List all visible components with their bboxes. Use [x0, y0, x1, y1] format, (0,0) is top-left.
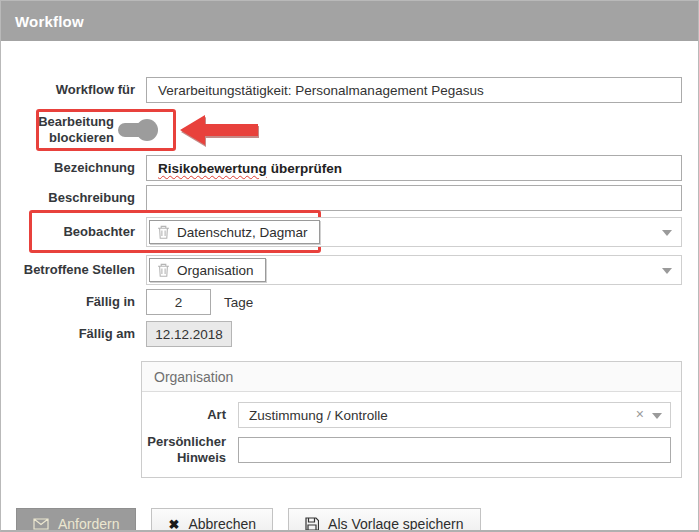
beobachter-tag[interactable]: Datenschutz, Dagmar [149, 220, 320, 244]
annotation-arrow-left-icon [180, 115, 260, 145]
beschreibung-label: Beschreibung [1, 191, 146, 206]
button-bar: Anfordern ✖ Abbrechen Als Vorlage speich… [16, 508, 698, 532]
dialog-header: Workflow [1, 1, 698, 41]
workflow-for-field: Verarbeitungstätigkeit: Personalmanageme… [146, 77, 682, 103]
abbrechen-button[interactable]: ✖ Abbrechen [151, 508, 273, 532]
envelope-icon [33, 518, 49, 530]
beobachter-tag-label: Datenschutz, Dagmar [177, 225, 308, 240]
beobachter-label: Beobachter [1, 225, 146, 240]
betroffene-stellen-tag[interactable]: Organisation [149, 258, 266, 282]
trash-icon[interactable] [157, 225, 170, 239]
bezeichnung-value-word2: überprüfen [271, 161, 342, 176]
row-faellig-in: Fällig in Tage [1, 289, 682, 315]
x-icon: ✖ [168, 517, 179, 532]
row-bezeichnung: Bezeichnung Risikobewertung überprüfen [1, 155, 682, 181]
row-hinweis: Persönlicher Hinweis [142, 434, 671, 465]
chevron-down-icon[interactable] [652, 413, 662, 419]
organisation-panel: Organisation Art Zustimmung / Kontrolle … [141, 361, 682, 478]
hinweis-input[interactable] [238, 437, 671, 463]
als-vorlage-speichern-button[interactable]: Als Vorlage speichern [288, 508, 480, 532]
bezeichnung-field[interactable]: Risikobewertung überprüfen [146, 155, 682, 181]
save-icon [305, 517, 319, 531]
row-art: Art Zustimmung / Kontrolle × [142, 402, 671, 428]
faellig-in-input[interactable] [146, 289, 211, 315]
row-faellig-am: Fällig am 12.12.2018 [1, 321, 682, 347]
faellig-am-label: Fällig am [1, 327, 146, 342]
betroffene-stellen-tag-label: Organisation [177, 263, 254, 278]
workflow-dialog: Workflow Workflow für Verarbeitungstätig… [0, 0, 699, 532]
art-label: Art [142, 407, 238, 423]
row-block-editing: Bearbeitung blockieren [1, 107, 698, 153]
art-value: Zustimmung / Kontrolle [249, 408, 388, 423]
organisation-panel-title: Organisation [154, 369, 233, 385]
chevron-down-icon[interactable] [662, 230, 672, 236]
toggle-knob [136, 119, 158, 141]
bezeichnung-label: Bezeichnung [1, 161, 146, 176]
betroffene-stellen-select[interactable]: Organisation [146, 255, 682, 285]
row-betroffene-stellen: Betroffene Stellen Organisation [1, 255, 682, 285]
dialog-content: Workflow für Verarbeitungstätigkeit: Per… [1, 41, 698, 532]
betroffene-stellen-label: Betroffene Stellen [1, 263, 146, 278]
organisation-panel-body: Art Zustimmung / Kontrolle × Persönliche… [142, 392, 681, 477]
beschreibung-input[interactable] [146, 185, 682, 211]
hinweis-label: Persönlicher Hinweis [142, 434, 238, 465]
row-workflow-for: Workflow für Verarbeitungstätigkeit: Per… [1, 77, 682, 103]
faellig-in-label: Fällig in [1, 295, 146, 310]
row-beobachter: Beobachter Datenschutz, Dagmar [1, 217, 682, 247]
clear-x-icon[interactable]: × [636, 407, 644, 421]
beobachter-select[interactable]: Datenschutz, Dagmar [146, 217, 682, 247]
block-editing-label: Bearbeitung blockieren [1, 114, 114, 147]
trash-icon[interactable] [157, 263, 170, 277]
block-editing-toggle[interactable] [118, 119, 158, 141]
chevron-down-icon[interactable] [662, 268, 672, 274]
organisation-panel-header: Organisation [142, 362, 681, 392]
workflow-for-label: Workflow für [1, 83, 146, 98]
art-select[interactable]: Zustimmung / Kontrolle × [238, 402, 671, 428]
anfordern-button[interactable]: Anfordern [16, 508, 136, 532]
faellig-in-unit: Tage [224, 295, 253, 310]
bezeichnung-value-word1: Risikobewertung [158, 161, 267, 176]
row-beschreibung: Beschreibung [1, 185, 682, 211]
dialog-title: Workflow [15, 13, 84, 30]
faellig-am-field: 12.12.2018 [146, 321, 232, 347]
